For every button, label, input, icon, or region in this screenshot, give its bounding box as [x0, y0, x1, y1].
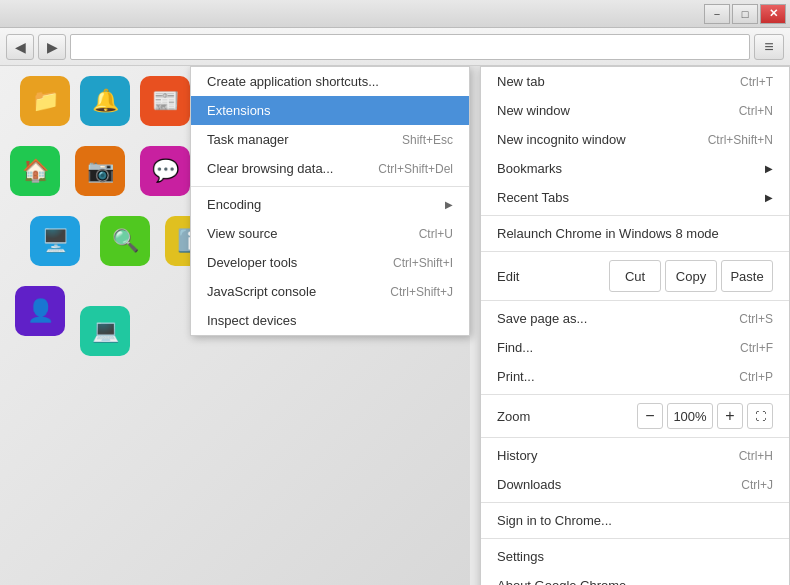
main-menu-item[interactable]: DownloadsCtrl+J — [481, 470, 789, 499]
main-menu-item-shortcut: Ctrl+Shift+N — [708, 133, 773, 147]
main-menu-item-label: Print... — [497, 369, 535, 384]
main-menu-item[interactable]: Print...Ctrl+P — [481, 362, 789, 391]
main-menu-item-shortcut: Ctrl+H — [739, 449, 773, 463]
main-menu-item[interactable]: Sign in to Chrome... — [481, 506, 789, 535]
zoom-value: 100% — [667, 403, 713, 429]
context-menu-item-shortcut: Ctrl+U — [419, 227, 453, 241]
main-menu-item-label: New tab — [497, 74, 545, 89]
main-menu-item-label: New window — [497, 103, 570, 118]
title-bar: − □ ✕ — [0, 0, 790, 28]
main-menu-separator — [481, 538, 789, 539]
main-menu-separator — [481, 251, 789, 252]
main-menu-item[interactable]: Settings — [481, 542, 789, 571]
main-menu-separator — [481, 437, 789, 438]
app-icon: 🏠 — [10, 146, 60, 196]
title-bar-buttons: − □ ✕ — [704, 4, 786, 24]
main-menu: New tabCtrl+TNew windowCtrl+NNew incogni… — [480, 66, 790, 585]
main-menu-separator — [481, 394, 789, 395]
zoom-in-button[interactable]: + — [717, 403, 743, 429]
context-menu-item-label: Create application shortcuts... — [207, 74, 379, 89]
app-icon: 💻 — [80, 306, 130, 356]
minimize-button[interactable]: − — [704, 4, 730, 24]
context-menu-item[interactable]: Task managerShift+Esc — [191, 125, 469, 154]
zoom-out-button[interactable]: − — [637, 403, 663, 429]
context-menu-item[interactable]: JavaScript consoleCtrl+Shift+J — [191, 277, 469, 306]
context-menu-item-label: Clear browsing data... — [207, 161, 333, 176]
context-menu-item-shortcut: Ctrl+Shift+Del — [378, 162, 453, 176]
edit-row: EditCutCopyPaste — [481, 255, 789, 297]
context-menu-item[interactable]: Inspect devices — [191, 306, 469, 335]
context-menu-item-label: Inspect devices — [207, 313, 297, 328]
context-menu-item-arrow: ▶ — [445, 199, 453, 210]
main-menu-item-label: History — [497, 448, 537, 463]
main-menu-separator — [481, 215, 789, 216]
app-icon: 👤 — [15, 286, 65, 336]
main-menu-item-shortcut: Ctrl+P — [739, 370, 773, 384]
app-icon: 🔔 — [80, 76, 130, 126]
context-menu-item-label: View source — [207, 226, 278, 241]
context-menu-item-shortcut: Ctrl+Shift+J — [390, 285, 453, 299]
main-menu-item[interactable]: Save page as...Ctrl+S — [481, 304, 789, 333]
app-icon: 🔍 — [100, 216, 150, 266]
main-menu-item[interactable]: Bookmarks▶ — [481, 154, 789, 183]
maximize-button[interactable]: □ — [732, 4, 758, 24]
main-menu-item-arrow: ▶ — [765, 163, 773, 174]
fullscreen-button[interactable]: ⛶ — [747, 403, 773, 429]
main-menu-separator — [481, 502, 789, 503]
close-button[interactable]: ✕ — [760, 4, 786, 24]
context-menu-item[interactable]: Create application shortcuts... — [191, 67, 469, 96]
page-content: 📁🔔📰🏠📷💬🖥️🔍ℹ️👤💻⚙️ Uninstall Searching f wh… — [0, 66, 790, 585]
toolbar: ◀ ▶ ≡ — [0, 28, 790, 66]
app-icon: 📁 — [20, 76, 70, 126]
context-menu-item[interactable]: Extensions — [191, 96, 469, 125]
main-menu-item-label: Recent Tabs — [497, 190, 569, 205]
copy-button[interactable]: Copy — [665, 260, 717, 292]
context-menu-item-label: Encoding — [207, 197, 261, 212]
main-menu-item[interactable]: New incognito windowCtrl+Shift+N — [481, 125, 789, 154]
main-menu-item[interactable]: New tabCtrl+T — [481, 67, 789, 96]
app-icon: 💬 — [140, 146, 190, 196]
browser-window: − □ ✕ ◀ ▶ ≡ 📁🔔📰🏠📷💬🖥️🔍ℹ️👤💻⚙️ Uninstall Se… — [0, 0, 790, 585]
main-menu-item[interactable]: Recent Tabs▶ — [481, 183, 789, 212]
main-menu-item-shortcut: Ctrl+N — [739, 104, 773, 118]
app-icon: 📰 — [140, 76, 190, 126]
app-icon: 📷 — [75, 146, 125, 196]
main-menu-item[interactable]: About Google Chrome — [481, 571, 789, 585]
main-menu-item-label: About Google Chrome — [497, 578, 626, 585]
main-menu-item-label: Settings — [497, 549, 544, 564]
main-menu-item-shortcut: Ctrl+F — [740, 341, 773, 355]
main-menu-item-label: Bookmarks — [497, 161, 562, 176]
chrome-menu-button[interactable]: ≡ — [754, 34, 784, 60]
context-menu-item-label: Extensions — [207, 103, 271, 118]
context-menu-item[interactable]: Developer toolsCtrl+Shift+I — [191, 248, 469, 277]
forward-button[interactable]: ▶ — [38, 34, 66, 60]
zoom-row: Zoom−100%+⛶ — [481, 398, 789, 434]
context-menu-item[interactable]: Encoding▶ — [191, 190, 469, 219]
context-menu: Create application shortcuts...Extension… — [190, 66, 470, 336]
context-menu-separator — [191, 186, 469, 187]
main-menu-item-label: New incognito window — [497, 132, 626, 147]
cut-button[interactable]: Cut — [609, 260, 661, 292]
main-menu-item-arrow: ▶ — [765, 192, 773, 203]
main-menu-item-shortcut: Ctrl+T — [740, 75, 773, 89]
context-menu-item-shortcut: Shift+Esc — [402, 133, 453, 147]
main-menu-item-label: Relaunch Chrome in Windows 8 mode — [497, 226, 719, 241]
app-icon: 🖥️ — [30, 216, 80, 266]
context-menu-item[interactable]: View sourceCtrl+U — [191, 219, 469, 248]
main-menu-item-shortcut: Ctrl+J — [741, 478, 773, 492]
main-menu-item[interactable]: New windowCtrl+N — [481, 96, 789, 125]
context-menu-item-shortcut: Ctrl+Shift+I — [393, 256, 453, 270]
paste-button[interactable]: Paste — [721, 260, 773, 292]
context-menu-item-label: JavaScript console — [207, 284, 316, 299]
main-menu-item[interactable]: HistoryCtrl+H — [481, 441, 789, 470]
back-button[interactable]: ◀ — [6, 34, 34, 60]
main-menu-item-label: Find... — [497, 340, 533, 355]
main-menu-item-label: Downloads — [497, 477, 561, 492]
context-menu-item[interactable]: Clear browsing data...Ctrl+Shift+Del — [191, 154, 469, 183]
main-menu-item-shortcut: Ctrl+S — [739, 312, 773, 326]
main-menu-item[interactable]: Find...Ctrl+F — [481, 333, 789, 362]
context-menu-item-label: Task manager — [207, 132, 289, 147]
main-menu-separator — [481, 300, 789, 301]
address-bar[interactable] — [70, 34, 750, 60]
main-menu-item[interactable]: Relaunch Chrome in Windows 8 mode — [481, 219, 789, 248]
